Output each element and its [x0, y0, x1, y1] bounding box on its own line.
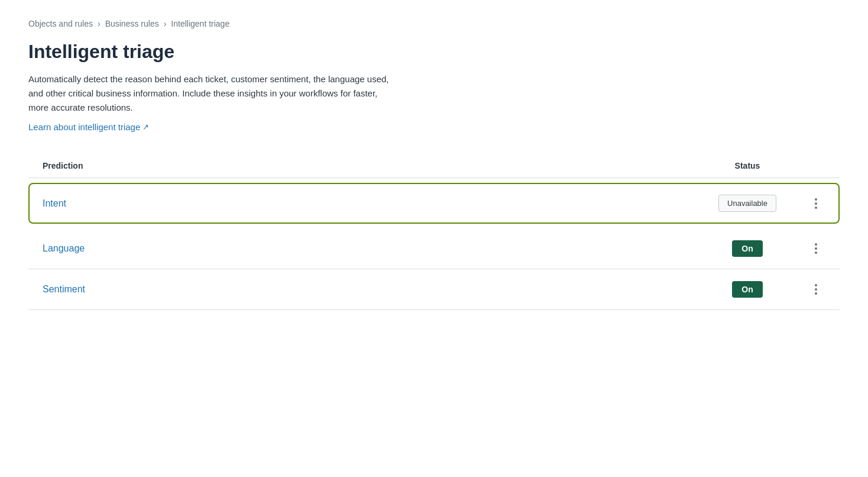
breadcrumb-separator-1: ›	[98, 19, 101, 28]
breadcrumb-separator-2: ›	[164, 19, 167, 28]
dots-icon	[815, 198, 817, 209]
row-menu-button-intent[interactable]	[807, 198, 825, 209]
dots-icon	[815, 284, 817, 295]
column-header-status: Status	[688, 161, 807, 170]
column-header-prediction: Prediction	[43, 161, 688, 170]
breadcrumb-intelligent-triage: Intelligent triage	[171, 19, 229, 28]
row-status-language: On	[688, 240, 807, 257]
predictions-table: Prediction Status Intent Unavailable Lan…	[28, 161, 840, 310]
external-link-icon: ↗	[142, 123, 149, 131]
row-menu-button-language[interactable]	[807, 243, 825, 254]
row-status-intent: Unavailable	[688, 195, 807, 212]
table-row[interactable]: Sentiment On	[28, 269, 840, 310]
breadcrumb: Objects and rules › Business rules › Int…	[28, 19, 840, 28]
status-badge-on-language: On	[732, 240, 762, 257]
row-status-sentiment: On	[688, 281, 807, 298]
row-name-sentiment: Sentiment	[43, 284, 688, 295]
learn-link-text: Learn about intelligent triage	[28, 122, 140, 132]
breadcrumb-objects-rules[interactable]: Objects and rules	[28, 19, 93, 28]
breadcrumb-business-rules[interactable]: Business rules	[105, 19, 159, 28]
status-badge-on-sentiment: On	[732, 281, 762, 298]
page-description: Automatically detect the reason behind e…	[28, 72, 395, 115]
table-row[interactable]: Intent Unavailable	[28, 183, 840, 224]
table-header: Prediction Status	[28, 161, 840, 178]
page-title: Intelligent triage	[28, 40, 840, 63]
row-name-language: Language	[43, 243, 688, 254]
table-row[interactable]: Language On	[28, 228, 840, 269]
row-name-intent: Intent	[43, 198, 688, 209]
row-menu-button-sentiment[interactable]	[807, 284, 825, 295]
dots-icon	[815, 243, 817, 254]
status-badge-unavailable: Unavailable	[718, 195, 776, 212]
learn-link[interactable]: Learn about intelligent triage ↗	[28, 122, 149, 132]
table-rows: Intent Unavailable Language On	[28, 183, 840, 310]
